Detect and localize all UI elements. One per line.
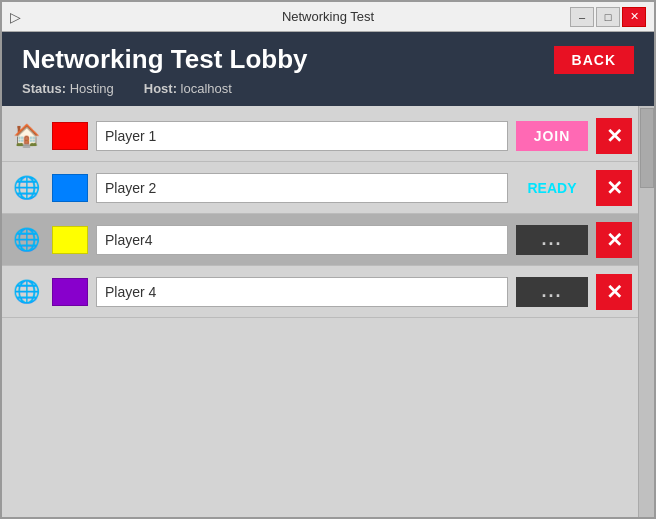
close-icon: ✕ [606, 282, 623, 302]
close-button[interactable]: ✕ [622, 7, 646, 27]
content-area: 🏠JOIN✕🌐READY✕🌐...✕🌐...✕ [2, 106, 654, 517]
player-list: 🏠JOIN✕🌐READY✕🌐...✕🌐...✕ [2, 106, 638, 517]
app-icon: ▷ [10, 9, 26, 25]
player-action-button[interactable]: JOIN [516, 121, 588, 151]
host-item: Host: localhost [144, 81, 232, 96]
close-icon: ✕ [606, 230, 623, 250]
player-name-input[interactable] [96, 225, 508, 255]
player-row: 🌐...✕ [2, 214, 638, 266]
globe-icon: 🌐 [8, 222, 44, 258]
lobby-header: Networking Test Lobby BACK Status: Hosti… [2, 32, 654, 106]
restore-button[interactable]: □ [596, 7, 620, 27]
player-close-button[interactable]: ✕ [596, 274, 632, 310]
player-close-button[interactable]: ✕ [596, 170, 632, 206]
player-name-input[interactable] [96, 277, 508, 307]
minimize-button[interactable]: – [570, 7, 594, 27]
status-value: Hosting [70, 81, 114, 96]
app-window: ▷ Networking Test – □ ✕ Networking Test … [0, 0, 656, 519]
player-color-swatch[interactable] [52, 174, 88, 202]
title-bar: ▷ Networking Test – □ ✕ [2, 2, 654, 32]
header-status: Status: Hosting Host: localhost [22, 81, 634, 96]
globe-icon: 🌐 [8, 274, 44, 310]
host-label: Host: [144, 81, 177, 96]
scrollbar-thumb[interactable] [640, 108, 654, 188]
player-color-swatch[interactable] [52, 122, 88, 150]
window-controls: – □ ✕ [570, 7, 646, 27]
close-icon: ✕ [606, 126, 623, 146]
host-value: localhost [181, 81, 232, 96]
lobby-title: Networking Test Lobby [22, 44, 308, 75]
globe-icon: 🌐 [8, 170, 44, 206]
header-top: Networking Test Lobby BACK [22, 44, 634, 75]
player-row: 🏠JOIN✕ [2, 110, 638, 162]
home-icon: 🏠 [8, 118, 44, 154]
player-color-swatch[interactable] [52, 278, 88, 306]
status-item: Status: Hosting [22, 81, 114, 96]
player-name-input[interactable] [96, 121, 508, 151]
player-close-button[interactable]: ✕ [596, 222, 632, 258]
back-button[interactable]: BACK [554, 46, 634, 74]
player-name-input[interactable] [96, 173, 508, 203]
player-close-button[interactable]: ✕ [596, 118, 632, 154]
status-label: Status: [22, 81, 66, 96]
window-title: Networking Test [282, 9, 374, 24]
scrollbar[interactable] [638, 106, 654, 517]
player-action-button[interactable]: ... [516, 277, 588, 307]
close-icon: ✕ [606, 178, 623, 198]
player-action-button[interactable]: READY [516, 173, 588, 203]
player-action-button[interactable]: ... [516, 225, 588, 255]
player-row: 🌐...✕ [2, 266, 638, 318]
player-color-swatch[interactable] [52, 226, 88, 254]
player-row: 🌐READY✕ [2, 162, 638, 214]
